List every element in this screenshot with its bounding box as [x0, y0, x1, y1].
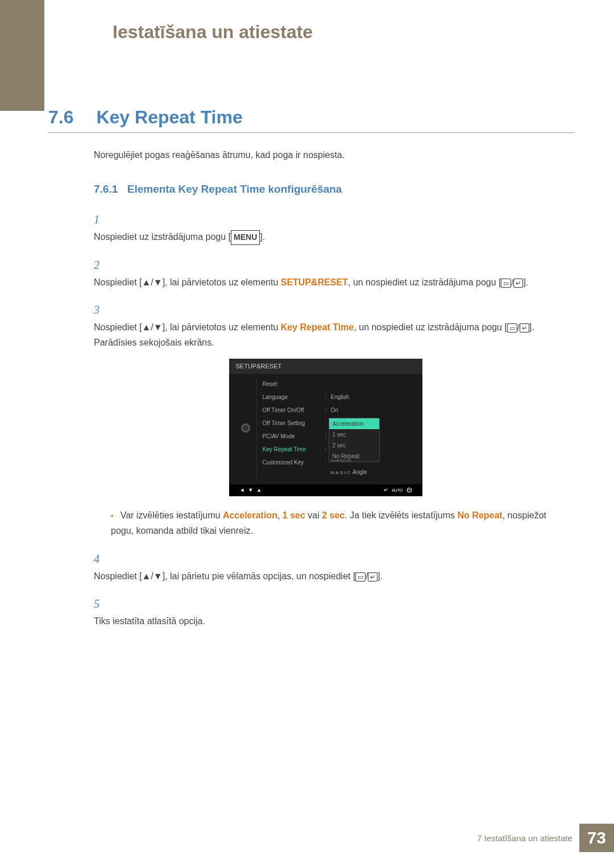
subsection-heading: 7.6.1 Elementa Key Repeat Time konfigurē… [94, 183, 574, 196]
main-section: 7.6 Key Repeat Time Noregulējiet pogas r… [48, 107, 574, 639]
osd-item-language: Language [263, 392, 325, 402]
osd-item-krt: Key Repeat Time [263, 445, 325, 454]
osd-auto-label: AUTO [392, 487, 403, 494]
dropdown-option-2sec: 2 sec [329, 440, 379, 451]
subsection-title: Elementa Key Repeat Time konfigurēšana [127, 183, 342, 195]
dial-icon [241, 423, 250, 433]
chapter-title: Iestatīšana un atiestate [113, 22, 313, 43]
section-divider [48, 132, 574, 133]
section-heading: 7.6 Key Repeat Time [48, 107, 574, 133]
header-color-band [0, 0, 44, 111]
osd-power-icon: ⏻ [406, 486, 412, 495]
osd-menu-screenshot: SETUP&RESET Reset Language:English Off T… [229, 359, 422, 496]
up-down-icon: ▲/▼ [142, 322, 163, 332]
osd-dropdown: Acceleration 1 sec 2 sec No Repeat [329, 418, 380, 462]
osd-footer-icons: ◄▼▲ ↵AUTO⏻ [229, 484, 422, 496]
up-down-icon: ▲/▼ [142, 277, 163, 287]
osd-up-icon: ▲ [256, 486, 262, 495]
intro-text: Noregulējiet pogas reaģēšanas ātrumu, ka… [94, 150, 574, 160]
step-3: 3 Nospiediet [▲/▼], lai pārvietotos uz e… [94, 300, 574, 539]
up-down-icon: ▲/▼ [142, 571, 163, 581]
osd-header: SETUP&RESET [229, 359, 422, 374]
section-number: 7.6 [48, 107, 94, 128]
step-1: 1 Nospiediet uz izstrādājuma pogu [MENU]… [94, 210, 574, 245]
footer-chapter-num: 7 [477, 833, 482, 843]
step-5: 5 Tiks iestatīta atlasītā opcija. [94, 594, 574, 629]
osd-item-pcav: PC/AV Mode [263, 431, 325, 441]
dropdown-option-acceleration: Acceleration [329, 418, 379, 429]
page-number: 73 [579, 824, 614, 852]
bullet-item: Var izvēlēties iestatījumu Acceleration,… [111, 508, 557, 538]
step-3-bullets: Var izvēlēties iestatījumu Acceleration,… [111, 508, 557, 538]
page-footer: 7 Iestatīšana un atiestate 73 [477, 824, 614, 852]
footer-chapter-title: Iestatīšana un atiestate [484, 833, 572, 843]
source-enter-icon: ▭/↵ [507, 321, 529, 335]
osd-item-reset: Reset [263, 379, 325, 389]
setup-reset-label: SETUP&RESET [281, 277, 348, 287]
step-2: 2 Nospiediet [▲/▼], lai pārvietotos uz e… [94, 255, 574, 290]
osd-enter-icon: ↵ [384, 486, 388, 495]
steps-list: 1 Nospiediet uz izstrādājuma pogu [MENU]… [94, 210, 574, 629]
menu-button-label: MENU [231, 230, 260, 245]
dropdown-option-1sec: 1 sec [329, 429, 379, 440]
osd-back-icon: ◄ [240, 486, 245, 495]
source-enter-icon: ▭/↵ [355, 570, 377, 583]
source-enter-icon: ▭/↵ [501, 276, 523, 290]
key-repeat-time-label: Key Repeat Time [281, 322, 354, 332]
step-4: 4 Nospiediet [▲/▼], lai pārietu pie vēla… [94, 549, 574, 584]
osd-item-offtimer: Off Timer On/Off [263, 405, 325, 415]
osd-item-custom: Customized Key [263, 458, 325, 477]
section-title: Key Repeat Time [96, 107, 242, 128]
osd-down-icon: ▼ [248, 486, 253, 495]
subsection-number: 7.6.1 [94, 183, 118, 195]
osd-item-offtimersetting: Off Timer Setting [263, 418, 325, 428]
